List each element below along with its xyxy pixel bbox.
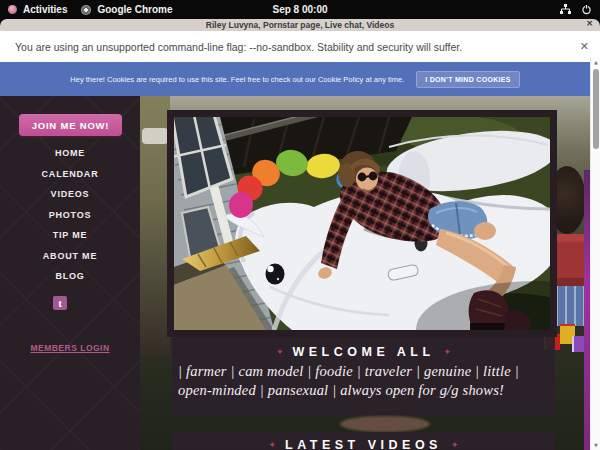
cookie-message: Hey there! Cookies are required to use t… — [70, 75, 404, 84]
warning-text: You are using an unsupported command-lin… — [15, 41, 462, 53]
scrollbar-thumb[interactable] — [593, 69, 599, 149]
scrollbar-up-icon[interactable]: ▲ — [591, 59, 600, 65]
members-login-link[interactable]: MEMBERS LOGIN — [0, 343, 140, 353]
sidebar-item-tip-me[interactable]: TIP ME — [0, 225, 140, 246]
sidebar-item-home[interactable]: HOME — [0, 143, 140, 164]
latest-videos-heading: LATEST VIDEOS — [285, 438, 442, 450]
join-me-now-button[interactable]: JOIN ME NOW! — [19, 114, 122, 136]
cookie-banner: Hey there! Cookies are required to use t… — [0, 62, 590, 96]
hero-photo — [167, 110, 557, 337]
ornament-icon: ✦ — [269, 440, 277, 450]
tumblr-icon[interactable]: t — [53, 296, 67, 310]
sidebar-item-calendar[interactable]: CALENDAR — [0, 164, 140, 185]
window-title-bar: Riley Luvyna, Pornstar page, Live chat, … — [0, 19, 600, 31]
sidebar: JOIN ME NOW! HOME CALENDAR VIDEOS PHOTOS… — [0, 96, 140, 450]
welcome-heading: WELCOME ALL — [292, 345, 434, 359]
gnome-top-bar: Activities Google Chrome Sep 8 00:00 — [0, 0, 600, 19]
bio-tagline: | farmer | cam model | foodie | traveler… — [172, 359, 555, 400]
page-viewport: Hey there! Cookies are required to use t… — [0, 62, 590, 450]
sidebar-item-photos[interactable]: PHOTOS — [0, 205, 140, 226]
sidebar-item-blog[interactable]: BLOG — [0, 266, 140, 287]
scrollbar-down-icon[interactable]: ▼ — [591, 442, 600, 448]
network-icon[interactable] — [560, 4, 571, 15]
unicorn-photo-illustration — [174, 117, 550, 330]
window-title: Riley Luvyna, Pornstar page, Live chat, … — [206, 20, 394, 30]
background-object — [142, 128, 168, 144]
latest-videos-panel: ✦ LATEST VIDEOS ✦ — [172, 432, 555, 450]
clock[interactable]: Sep 8 00:00 — [0, 4, 600, 15]
chrome-warning-bar: You are using an unsupported command-lin… — [0, 31, 600, 62]
welcome-panel: ✦ WELCOME ALL ✦ | farmer | cam model | f… — [172, 337, 555, 415]
warning-close-icon[interactable]: ✕ — [580, 40, 589, 53]
sidebar-nav: HOME CALENDAR VIDEOS PHOTOS TIP ME ABOUT… — [0, 143, 140, 287]
ornament-icon: ✦ — [451, 440, 459, 450]
rider-sunglasses — [366, 176, 369, 177]
sidebar-item-about-me[interactable]: ABOUT ME — [0, 246, 140, 267]
ornament-icon: ✦ — [276, 347, 284, 357]
background-blob — [340, 416, 430, 432]
scrollbar[interactable]: ▲ ▼ — [590, 57, 600, 450]
power-icon[interactable] — [581, 4, 592, 15]
sidebar-item-videos[interactable]: VIDEOS — [0, 184, 140, 205]
cookie-accept-button[interactable]: I DON'T MIND COOKIES — [416, 71, 519, 88]
ornament-icon: ✦ — [444, 347, 452, 357]
window-close-icon[interactable]: ✕ — [586, 19, 593, 28]
